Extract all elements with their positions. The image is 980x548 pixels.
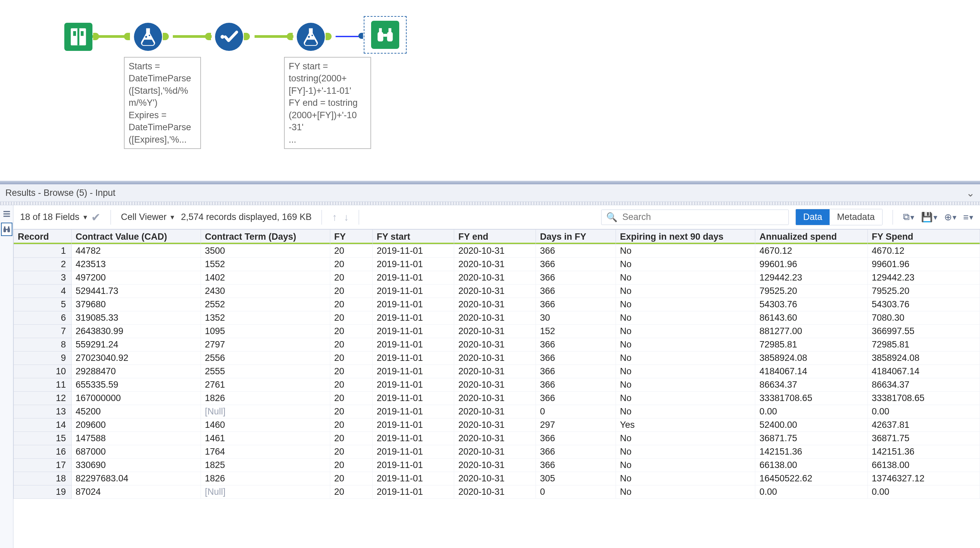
table-cell[interactable]: 13 bbox=[14, 405, 72, 418]
table-cell[interactable]: 2019-11-01 bbox=[372, 271, 454, 284]
arrow-up-icon[interactable]: ↑ bbox=[332, 211, 337, 223]
table-cell[interactable]: 2020-10-31 bbox=[454, 325, 536, 338]
rail-list-icon[interactable] bbox=[1, 207, 13, 221]
table-cell[interactable]: 2 bbox=[14, 258, 72, 271]
table-cell[interactable]: 2019-11-01 bbox=[372, 405, 454, 418]
table-cell[interactable]: 18 bbox=[14, 472, 72, 485]
column-header[interactable]: FY bbox=[330, 230, 372, 245]
table-cell[interactable]: No bbox=[616, 311, 755, 325]
table-row[interactable]: 151475881461202019-11-012020-10-31366No3… bbox=[14, 432, 980, 445]
table-row[interactable]: 53796802552202019-11-012020-10-31366No54… bbox=[14, 298, 980, 311]
table-cell[interactable]: 3 bbox=[14, 271, 72, 284]
table-cell[interactable]: 2020-10-31 bbox=[454, 445, 536, 459]
column-header[interactable]: FY start bbox=[372, 230, 454, 245]
table-cell[interactable]: 366 bbox=[536, 298, 616, 311]
input-port[interactable] bbox=[124, 33, 130, 40]
table-cell[interactable]: 2020-10-31 bbox=[454, 284, 536, 298]
table-cell[interactable]: 1460 bbox=[200, 418, 330, 432]
tool-browse[interactable] bbox=[371, 21, 399, 49]
table-cell[interactable]: No bbox=[616, 459, 755, 472]
table-cell[interactable]: No bbox=[616, 338, 755, 351]
results-grid[interactable]: RecordContract Value (CAD)Contract Term … bbox=[13, 229, 980, 548]
table-cell[interactable]: 20 bbox=[330, 284, 372, 298]
table-cell[interactable]: 20 bbox=[330, 351, 372, 365]
table-row[interactable]: 11655335.592761202019-11-012020-10-31366… bbox=[14, 378, 980, 392]
table-cell[interactable]: 2020-10-31 bbox=[454, 271, 536, 284]
table-cell[interactable]: 129442.23 bbox=[755, 271, 867, 284]
table-cell[interactable]: 366 bbox=[536, 351, 616, 365]
table-cell[interactable]: 2019-11-01 bbox=[372, 378, 454, 392]
table-cell[interactable]: 366 bbox=[536, 432, 616, 445]
table-cell[interactable]: 16 bbox=[14, 445, 72, 459]
table-cell[interactable]: No bbox=[616, 258, 755, 271]
menu-icon[interactable]: ≡▾ bbox=[963, 212, 973, 222]
table-cell[interactable]: 366 bbox=[536, 271, 616, 284]
table-cell[interactable]: 86634.37 bbox=[755, 378, 867, 392]
table-cell[interactable]: No bbox=[616, 245, 755, 258]
table-cell[interactable]: 423513 bbox=[72, 258, 200, 271]
table-cell[interactable]: 66138.00 bbox=[755, 459, 867, 472]
table-cell[interactable]: 366 bbox=[536, 284, 616, 298]
search-input[interactable] bbox=[622, 212, 784, 222]
table-cell[interactable]: 2019-11-01 bbox=[372, 311, 454, 325]
table-cell[interactable]: No bbox=[616, 378, 755, 392]
table-cell[interactable]: 366 bbox=[536, 378, 616, 392]
annotation-formula-2[interactable]: FY start = tostring(2000+ [FY]-1)+'-11-0… bbox=[284, 57, 371, 149]
table-cell[interactable]: 142151.36 bbox=[755, 445, 867, 459]
table-cell[interactable]: 129442.23 bbox=[867, 271, 980, 284]
table-cell[interactable]: 147588 bbox=[72, 432, 200, 445]
table-cell[interactable]: 2019-11-01 bbox=[372, 445, 454, 459]
table-cell[interactable]: 2019-11-01 bbox=[372, 298, 454, 311]
table-cell[interactable]: 20 bbox=[330, 298, 372, 311]
table-cell[interactable]: 36871.75 bbox=[755, 432, 867, 445]
table-cell[interactable]: 1352 bbox=[200, 311, 330, 325]
table-cell[interactable]: 2020-10-31 bbox=[454, 365, 536, 378]
table-cell[interactable]: 20 bbox=[330, 325, 372, 338]
table-cell[interactable]: 1764 bbox=[200, 445, 330, 459]
table-cell[interactable]: 366 bbox=[536, 245, 616, 258]
input-port[interactable] bbox=[205, 33, 211, 40]
output-port[interactable] bbox=[93, 33, 99, 40]
table-cell[interactable]: 5 bbox=[14, 298, 72, 311]
table-cell[interactable]: 87024 bbox=[72, 485, 200, 499]
table-cell[interactable]: 20 bbox=[330, 378, 372, 392]
table-cell[interactable]: 0.00 bbox=[755, 405, 867, 418]
table-row[interactable]: 1882297683.041826202019-11-012020-10-313… bbox=[14, 472, 980, 485]
table-cell[interactable]: 2020-10-31 bbox=[454, 378, 536, 392]
table-cell[interactable]: 687000 bbox=[72, 445, 200, 459]
table-cell[interactable]: 655335.59 bbox=[72, 378, 200, 392]
table-cell[interactable]: 6 bbox=[14, 311, 72, 325]
table-cell[interactable]: 366 bbox=[536, 392, 616, 405]
table-cell[interactable]: 30 bbox=[536, 311, 616, 325]
table-cell[interactable]: 16450522.62 bbox=[755, 472, 867, 485]
input-port[interactable] bbox=[358, 33, 363, 39]
table-cell[interactable]: 1826 bbox=[200, 392, 330, 405]
table-cell[interactable]: 167000000 bbox=[72, 392, 200, 405]
table-cell[interactable]: 529441.73 bbox=[72, 284, 200, 298]
table-cell[interactable]: 2020-10-31 bbox=[454, 459, 536, 472]
table-cell[interactable]: 3500 bbox=[200, 245, 330, 258]
table-cell[interactable]: 2020-10-31 bbox=[454, 298, 536, 311]
table-cell[interactable]: 20 bbox=[330, 338, 372, 351]
table-cell[interactable]: 2020-10-31 bbox=[454, 485, 536, 499]
output-port[interactable] bbox=[163, 33, 169, 40]
table-cell[interactable]: 2020-10-31 bbox=[454, 258, 536, 271]
fields-dropdown[interactable]: 18 of 18 Fields ▾ ✔ bbox=[20, 211, 100, 224]
table-cell[interactable]: No bbox=[616, 485, 755, 499]
table-cell[interactable]: 72985.81 bbox=[867, 338, 980, 351]
table-cell[interactable]: 11 bbox=[14, 378, 72, 392]
table-cell[interactable]: 2019-11-01 bbox=[372, 485, 454, 499]
table-cell[interactable]: 79525.20 bbox=[867, 284, 980, 298]
table-row[interactable]: 4529441.732430202019-11-012020-10-31366N… bbox=[14, 284, 980, 298]
column-header[interactable]: FY Spend bbox=[867, 230, 980, 245]
table-cell[interactable]: 20 bbox=[330, 472, 372, 485]
column-header[interactable]: Days in FY bbox=[536, 230, 616, 245]
table-cell[interactable]: 1825 bbox=[200, 459, 330, 472]
table-cell[interactable]: 1095 bbox=[200, 325, 330, 338]
table-cell[interactable]: 14 bbox=[14, 418, 72, 432]
table-cell[interactable]: 12 bbox=[14, 392, 72, 405]
metadata-tab[interactable]: Metadata bbox=[830, 209, 882, 225]
table-cell[interactable]: 7080.30 bbox=[867, 311, 980, 325]
table-cell[interactable]: 366997.55 bbox=[867, 325, 980, 338]
table-cell[interactable]: 4670.12 bbox=[755, 245, 867, 258]
